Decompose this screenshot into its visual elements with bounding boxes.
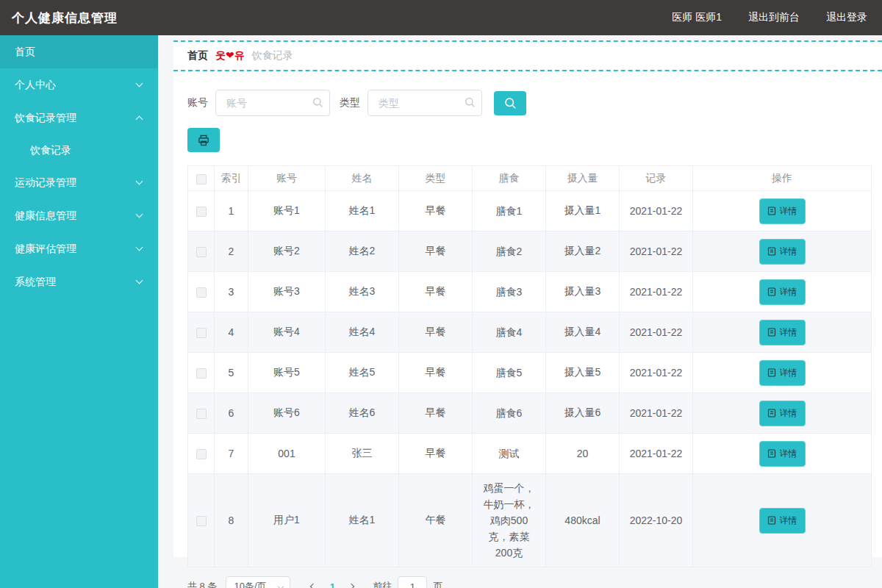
- detail-button-label: 详情: [780, 448, 797, 460]
- detail-button-label: 详情: [780, 407, 797, 420]
- sidebar-item-diet-record-mgmt[interactable]: 饮食记录管理: [0, 101, 158, 135]
- row-checkbox[interactable]: [196, 207, 207, 217]
- detail-button-label: 详情: [780, 514, 797, 527]
- cell-operation: 详情: [693, 232, 872, 272]
- row-checkbox[interactable]: [196, 287, 207, 298]
- cell-meal: 鸡蛋一个，牛奶一杯，鸡肉500克，素菜200克: [473, 474, 546, 567]
- cell-meal: 膳食3: [473, 272, 546, 312]
- document-icon: [767, 207, 776, 215]
- account-filter-label: 账号: [187, 96, 208, 110]
- row-checkbox[interactable]: [196, 368, 207, 379]
- prev-page-button[interactable]: [304, 576, 323, 588]
- sidebar: 首页 个人中心 饮食记录管理 饮食记录 运动记录管理 健康信息管理 健康评估管理…: [0, 35, 158, 588]
- cell-type: 早餐: [399, 191, 473, 232]
- sidebar-item-label: 首页: [15, 46, 35, 59]
- detail-button[interactable]: 详情: [759, 239, 806, 265]
- row-checkbox[interactable]: [196, 409, 207, 419]
- detail-button[interactable]: 详情: [759, 360, 806, 386]
- checkbox-cell: [188, 191, 215, 232]
- row-checkbox[interactable]: [196, 328, 207, 338]
- breadcrumb-current: 饮食记录: [252, 49, 293, 62]
- table-row: 1 账号1 姓名1 早餐 膳食1 摄入量1 2021-01-22 详情: [188, 191, 872, 232]
- sidebar-item-health-info-mgmt[interactable]: 健康信息管理: [0, 199, 158, 232]
- cell-type: 早餐: [399, 312, 473, 353]
- table-row: 8 用户1 姓名1 午餐 鸡蛋一个，牛奶一杯，鸡肉500克，素菜200克 480…: [188, 474, 872, 567]
- cell-account: 账号5: [248, 353, 326, 393]
- search-button[interactable]: [494, 91, 526, 115]
- search-icon: [312, 97, 323, 108]
- document-icon: [767, 449, 776, 458]
- toolbar-row: [187, 128, 871, 152]
- detail-button[interactable]: 详情: [759, 279, 806, 305]
- sidebar-item-health-assessment-mgmt[interactable]: 健康评估管理: [0, 232, 158, 265]
- row-checkbox[interactable]: [196, 449, 207, 459]
- goto-label: 前往: [373, 580, 392, 588]
- breadcrumb-home[interactable]: 首页: [187, 49, 208, 62]
- chevron-right-icon: [348, 584, 354, 588]
- cell-intake: 20: [546, 434, 620, 474]
- sidebar-item-home[interactable]: 首页: [0, 35, 158, 68]
- cell-intake: 摄入量6: [546, 393, 620, 434]
- next-page-button[interactable]: [342, 576, 361, 588]
- document-icon: [767, 247, 776, 256]
- select-all-checkbox[interactable]: [196, 174, 207, 184]
- sidebar-item-system-mgmt[interactable]: 系统管理: [0, 265, 158, 298]
- detail-button-label: 详情: [780, 326, 797, 339]
- detail-button[interactable]: 详情: [759, 441, 806, 467]
- cell-account: 账号2: [248, 232, 326, 272]
- detail-button[interactable]: 详情: [759, 508, 806, 534]
- detail-button[interactable]: 详情: [759, 320, 806, 345]
- cell-operation: 详情: [693, 434, 872, 474]
- page-number-1[interactable]: 1: [323, 581, 342, 588]
- cell-operation: 详情: [693, 474, 872, 567]
- cell-name: 姓名3: [326, 272, 399, 312]
- cell-operation: 详情: [693, 393, 872, 434]
- cell-intake: 摄入量1: [546, 191, 620, 232]
- sidebar-item-label: 饮食记录管理: [15, 112, 76, 125]
- row-checkbox[interactable]: [196, 247, 207, 257]
- checkbox-cell: [188, 393, 215, 434]
- account-input-wrap: [215, 90, 330, 116]
- logout-link[interactable]: 退出登录: [826, 11, 867, 24]
- cell-intake: 摄入量3: [546, 272, 620, 312]
- sidebar-item-label: 健康评估管理: [15, 243, 76, 256]
- goto-page-input[interactable]: [398, 576, 427, 588]
- app-title: 个人健康信息管理: [12, 10, 118, 26]
- chevron-down-icon: [136, 178, 143, 185]
- cell-name: 姓名6: [326, 393, 399, 434]
- cell-account: 账号6: [248, 393, 326, 434]
- document-icon: [767, 368, 776, 377]
- sidebar-item-diet-record[interactable]: 饮食记录: [0, 135, 158, 166]
- checkbox-cell: [188, 474, 215, 567]
- document-icon: [767, 287, 776, 296]
- print-button[interactable]: [187, 128, 220, 152]
- cell-record: 2021-01-22: [620, 312, 693, 353]
- checkbox-cell: [188, 272, 215, 312]
- cell-intake: 480kcal: [546, 474, 620, 567]
- column-header-name: 姓名: [326, 166, 399, 191]
- cell-record: 2021-01-22: [620, 353, 693, 393]
- page-size-select[interactable]: 10条/页: [226, 576, 290, 588]
- cell-type: 早餐: [399, 272, 473, 312]
- cell-intake: 摄入量5: [546, 353, 620, 393]
- cell-index: 7: [215, 434, 248, 474]
- content-panel: 账号 类型: [173, 71, 882, 557]
- cell-record: 2021-01-22: [620, 272, 693, 312]
- pagination: 共 8 条 10条/页 1 前往 页: [187, 576, 871, 588]
- checkbox-cell: [188, 232, 215, 272]
- sidebar-item-personal-center[interactable]: 个人中心: [0, 68, 158, 101]
- detail-button[interactable]: 详情: [759, 401, 806, 426]
- user-role-link[interactable]: 医师 医师1: [672, 11, 722, 24]
- row-checkbox[interactable]: [196, 516, 207, 526]
- breadcrumb: 首页 웃❤유 饮食记录: [173, 40, 882, 71]
- table-row: 3 账号3 姓名3 早餐 膳食3 摄入量3 2021-01-22 详情: [188, 272, 872, 312]
- cell-index: 6: [215, 393, 248, 434]
- column-header-operation: 操作: [693, 166, 872, 191]
- sidebar-item-label: 个人中心: [15, 79, 56, 92]
- detail-button[interactable]: 详情: [759, 198, 806, 224]
- sidebar-item-label: 运动记录管理: [15, 176, 76, 190]
- cell-record: 2021-01-22: [620, 191, 693, 232]
- exit-to-front-link[interactable]: 退出到前台: [748, 11, 800, 24]
- cell-index: 4: [215, 312, 248, 353]
- sidebar-item-exercise-record-mgmt[interactable]: 运动记录管理: [0, 166, 158, 199]
